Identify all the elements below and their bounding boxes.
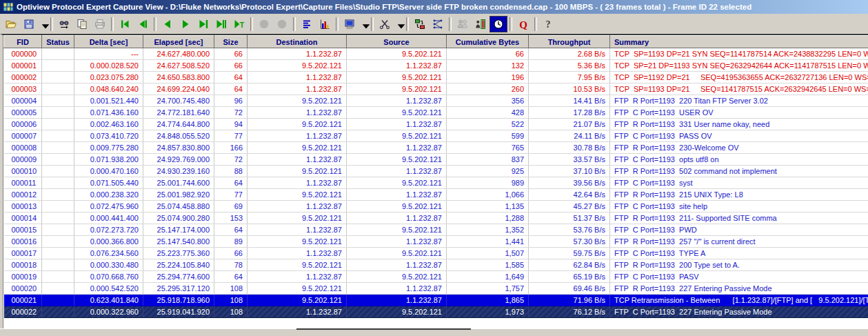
- cell-status[interactable]: [42, 189, 74, 201]
- cell-throughput[interactable]: 53.76 B/s: [529, 224, 610, 236]
- cell-summary[interactable]: TCP SP=1192 DP=21 SEQ=4195363655 ACK=263…: [610, 72, 868, 83]
- cell-cumulative[interactable]: 989: [447, 177, 529, 189]
- cell-throughput[interactable]: 10.53 B/s: [529, 83, 610, 95]
- cell-size[interactable]: 64: [214, 177, 248, 189]
- cell-source[interactable]: 1.1.232.87: [347, 95, 447, 107]
- cell-elapsed[interactable]: 25.147.540.800: [143, 236, 214, 248]
- frame-row-000021[interactable]: 0000210.623.401.84025.918.718.9601089.5.…: [4, 295, 868, 306]
- cell-destination[interactable]: 9.5.202.121: [248, 189, 347, 201]
- cell-cumulative[interactable]: 837: [447, 154, 529, 166]
- cell-size[interactable]: 108: [214, 283, 248, 295]
- cell-status[interactable]: [42, 213, 74, 224]
- frame-row-000013[interactable]: 0000130.072.475.96025.074.458.880691.1.2…: [4, 201, 868, 213]
- cell-elapsed[interactable]: 25.074.458.880: [143, 201, 214, 213]
- cell-summary[interactable]: FTP R Port=1193 502 command not implemen…: [610, 166, 868, 177]
- cell-status[interactable]: [42, 130, 74, 142]
- cell-delta[interactable]: 0.000.542.520: [74, 283, 143, 295]
- cell-source[interactable]: 9.5.202.121: [347, 306, 447, 318]
- cell-elapsed[interactable]: 24.848.055.520: [143, 130, 214, 142]
- cell-throughput[interactable]: 42.64 B/s: [529, 189, 610, 201]
- cell-throughput[interactable]: 21.07 B/s: [529, 119, 610, 130]
- cell-summary[interactable]: FTP C Port=1193 PASS OV: [610, 130, 868, 142]
- cell-elapsed[interactable]: 25.147.174.000: [143, 224, 214, 236]
- cell-destination[interactable]: 1.1.232.87: [248, 154, 347, 166]
- cell-delta[interactable]: 0.000.238.320: [74, 189, 143, 201]
- cell-destination[interactable]: 9.5.202.121: [248, 119, 347, 130]
- cell-summary[interactable]: FTP C Port=1193 opts utf8 on: [610, 154, 868, 166]
- cell-elapsed[interactable]: 24.700.745.480: [143, 95, 214, 107]
- frame-row-000022[interactable]: 0000220.000.322.96025.919.041.9201081.1.…: [4, 306, 868, 318]
- frame-row-000008[interactable]: 0000080.009.775.28024.857.830.8001669.5.…: [4, 142, 868, 154]
- cell-summary[interactable]: FTP R Port=1193 200 Type set to A.: [610, 259, 868, 271]
- cell-throughput[interactable]: 5.36 B/s: [529, 60, 610, 72]
- cell-elapsed[interactable]: 24.857.830.800: [143, 142, 214, 154]
- cell-delta[interactable]: 0.072.475.960: [74, 201, 143, 213]
- capture-filter-dropdown[interactable]: [394, 16, 404, 32]
- capture-transfer-button[interactable]: [411, 16, 429, 32]
- prev-frame-button[interactable]: [159, 16, 176, 32]
- cell-throughput[interactable]: 24.11 B/s: [529, 130, 610, 142]
- cell-elapsed[interactable]: 25.294.774.600: [143, 271, 214, 283]
- cell-elapsed[interactable]: 24.699.224.040: [143, 83, 214, 95]
- cell-size[interactable]: 66: [214, 48, 248, 60]
- capture-view-dropdown[interactable]: [359, 16, 369, 32]
- column-header-status[interactable]: Status: [42, 36, 74, 48]
- cell-delta[interactable]: 0.000.441.400: [74, 213, 143, 224]
- cell-size[interactable]: 108: [214, 306, 248, 318]
- cell-destination[interactable]: 9.5.202.121: [248, 142, 347, 154]
- cell-summary[interactable]: FTP C Port=1193 PASV: [610, 271, 868, 283]
- cell-delta[interactable]: 0.073.410.720: [74, 130, 143, 142]
- splitter-line[interactable]: [296, 328, 471, 330]
- cell-delta[interactable]: 0.071.436.160: [74, 107, 143, 119]
- cell-throughput[interactable]: 37.10 B/s: [529, 166, 610, 177]
- next-marked-frame-button[interactable]: [194, 16, 212, 32]
- cell-status[interactable]: [42, 83, 74, 95]
- cell-fid[interactable]: 000018: [4, 259, 42, 271]
- cell-elapsed[interactable]: 25.918.718.960: [143, 295, 214, 306]
- cell-fid[interactable]: 000003: [4, 83, 42, 95]
- frame-row-000014[interactable]: 0000140.000.441.40025.074.900.2801539.5.…: [4, 213, 868, 224]
- cell-cumulative[interactable]: 1,288: [447, 213, 529, 224]
- cell-delta[interactable]: 0.623.401.840: [74, 295, 143, 306]
- copy-button[interactable]: [73, 16, 91, 32]
- frame-row-000003[interactable]: 0000030.048.640.24024.699.224.040641.1.2…: [4, 83, 868, 95]
- cell-status[interactable]: [42, 72, 74, 83]
- cell-summary[interactable]: FTP C Port=1193 PWD: [610, 224, 868, 236]
- cell-delta[interactable]: 0.000.028.520: [74, 60, 143, 72]
- cell-delta[interactable]: 0.072.273.720: [74, 224, 143, 236]
- cell-size[interactable]: 166: [214, 142, 248, 154]
- cell-throughput[interactable]: 51.37 B/s: [529, 213, 610, 224]
- cell-fid[interactable]: 000006: [4, 119, 42, 130]
- cell-status[interactable]: [42, 154, 74, 166]
- last-frame-button[interactable]: [212, 16, 230, 32]
- cell-size[interactable]: 153: [214, 213, 248, 224]
- save-options-dropdown[interactable]: [38, 16, 48, 32]
- cell-fid[interactable]: 000009: [4, 154, 42, 166]
- cell-source[interactable]: 1.1.232.87: [347, 142, 447, 154]
- cell-fid[interactable]: 000015: [4, 224, 42, 236]
- cell-elapsed[interactable]: 24.774.644.800: [143, 119, 214, 130]
- cell-elapsed[interactable]: 25.001.982.920: [143, 189, 214, 201]
- cell-size[interactable]: 66: [214, 60, 248, 72]
- cell-delta[interactable]: 0.000.470.160: [74, 166, 143, 177]
- column-header-elapsed[interactable]: Elapsed [sec]: [143, 36, 214, 48]
- cell-size[interactable]: 64: [214, 271, 248, 283]
- cell-fid[interactable]: 000004: [4, 95, 42, 107]
- cell-destination[interactable]: 9.5.202.121: [248, 295, 347, 306]
- frame-row-000010[interactable]: 0000100.000.470.16024.930.239.160889.5.2…: [4, 166, 868, 177]
- cell-summary[interactable]: FTP C Port=1193 TYPE A: [610, 248, 868, 259]
- cell-size[interactable]: 89: [214, 236, 248, 248]
- cell-fid[interactable]: 000008: [4, 142, 42, 154]
- cell-status[interactable]: [42, 259, 74, 271]
- find-frame-button[interactable]: [55, 16, 73, 32]
- expert-view-button[interactable]: [472, 16, 489, 32]
- cell-size[interactable]: 77: [214, 130, 248, 142]
- titlebar[interactable]: Optiview Protocol Expert Capture View - …: [0, 0, 868, 14]
- frame-row-000000[interactable]: 000000---24.627.480.000661.1.232.879.5.2…: [4, 48, 868, 60]
- cell-source[interactable]: 1.1.232.87: [347, 213, 447, 224]
- cell-size[interactable]: 78: [214, 259, 248, 271]
- cell-delta[interactable]: 0.009.775.280: [74, 142, 143, 154]
- cell-throughput[interactable]: 69.46 B/s: [529, 283, 610, 295]
- cell-status[interactable]: [42, 201, 74, 213]
- stop-capture-button[interactable]: [273, 16, 291, 32]
